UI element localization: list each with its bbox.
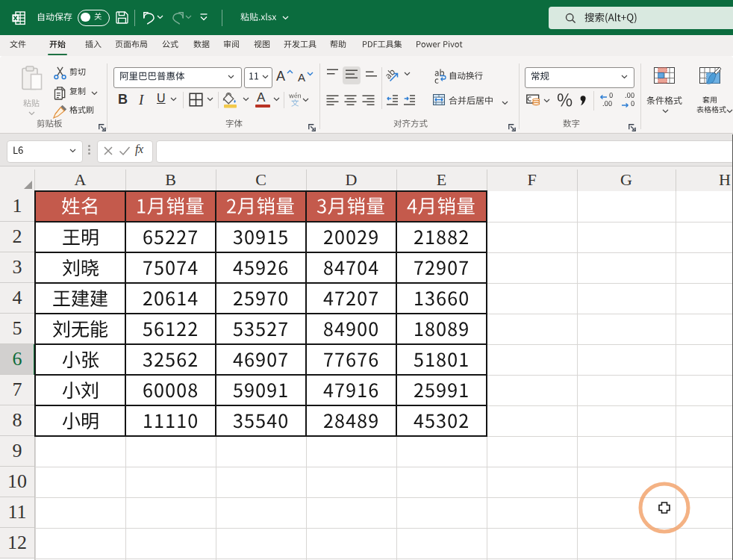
clipboard-dialog-launcher[interactable]	[99, 124, 106, 131]
merge-center-chevron[interactable]	[502, 101, 508, 105]
table-header-cell[interactable]	[35, 191, 125, 222]
cell-B6[interactable]	[125, 344, 216, 375]
cell-D6[interactable]	[306, 344, 396, 375]
underline-button[interactable]: U	[157, 92, 166, 105]
select-all-corner[interactable]	[0, 167, 34, 192]
bold-button[interactable]: B	[118, 92, 128, 108]
cell-A4[interactable]	[35, 283, 125, 314]
cell-D7[interactable]	[306, 375, 396, 405]
document-title[interactable]	[240, 13, 277, 22]
quick-access-customize-icon[interactable]	[199, 13, 208, 22]
row-header-12[interactable]: 12	[0, 528, 34, 559]
undo-dropdown-chevron[interactable]	[157, 15, 163, 19]
paste-label[interactable]	[23, 99, 40, 108]
cell-D2[interactable]	[306, 222, 396, 252]
insert-function-icon[interactable]: fx	[135, 143, 143, 156]
table-header-cell[interactable]	[125, 191, 216, 222]
increase-decimal-button[interactable]	[599, 93, 617, 108]
enter-icon[interactable]	[119, 146, 131, 156]
cell-C7[interactable]	[216, 375, 306, 405]
fill-color-icon[interactable]	[222, 92, 239, 108]
cell-E7[interactable]	[396, 375, 487, 405]
copy-label[interactable]	[69, 87, 86, 96]
column-header-A[interactable]: A	[35, 167, 125, 192]
cell-B5[interactable]	[125, 314, 216, 344]
italic-button[interactable]: I	[139, 92, 143, 108]
fill-color-chevron[interactable]	[243, 97, 249, 102]
name-box-resizer[interactable]	[88, 145, 90, 157]
increase-indent-icon[interactable]	[404, 95, 415, 105]
formula-input[interactable]	[156, 140, 733, 163]
cell-B4[interactable]	[125, 283, 216, 314]
cell-C2[interactable]	[216, 222, 306, 252]
document-title-chevron[interactable]	[282, 16, 289, 20]
orientation-button[interactable]	[386, 67, 401, 82]
table-header-cell[interactable]	[306, 191, 396, 222]
row-header-11[interactable]: 11	[0, 497, 34, 528]
borders-icon[interactable]	[189, 93, 203, 107]
row-header-7[interactable]: 7	[0, 375, 34, 405]
number-format-chevron[interactable]	[621, 75, 628, 79]
decrease-decimal-button[interactable]	[620, 93, 638, 108]
column-header-E[interactable]: E	[396, 167, 487, 192]
table-header-cell[interactable]	[396, 191, 487, 222]
decrease-font-size-button[interactable]: A	[297, 68, 316, 86]
align-left-icon[interactable]	[326, 95, 339, 107]
cut-label[interactable]	[69, 68, 86, 76]
top-align-icon[interactable]	[327, 69, 338, 81]
search-box[interactable]	[549, 7, 733, 29]
format-painter-label[interactable]	[69, 106, 94, 114]
paste-icon[interactable]	[21, 66, 43, 91]
cell-E6[interactable]	[396, 344, 487, 375]
column-header-F[interactable]: F	[487, 167, 577, 192]
cell-B2[interactable]	[125, 222, 216, 252]
middle-align-icon[interactable]	[346, 69, 358, 81]
column-header-G[interactable]: G	[577, 167, 676, 192]
cell-C5[interactable]	[216, 314, 306, 344]
align-right-icon[interactable]	[362, 95, 375, 107]
format-as-table-button[interactable]	[690, 65, 733, 116]
column-header-D[interactable]: D	[306, 167, 396, 192]
paste-dropdown-chevron[interactable]	[28, 111, 35, 116]
cell-A7[interactable]	[35, 375, 125, 405]
cell-A6[interactable]	[35, 344, 125, 375]
bottom-align-icon[interactable]	[366, 71, 377, 80]
cell-E4[interactable]	[396, 283, 487, 314]
cell-E5[interactable]	[396, 314, 487, 344]
font-color-button[interactable]: A	[255, 92, 270, 108]
cell-B8[interactable]	[125, 405, 216, 436]
decrease-indent-icon[interactable]	[387, 95, 398, 105]
cell-A2[interactable]	[35, 222, 125, 252]
conditional-formatting-button[interactable]	[643, 65, 687, 116]
percent-style-button[interactable]	[557, 92, 573, 109]
copy-icon[interactable]	[54, 87, 66, 100]
row-header-9[interactable]: 9	[0, 436, 34, 467]
cell-C4[interactable]	[216, 283, 306, 314]
cell-B7[interactable]	[125, 375, 216, 405]
cancel-icon[interactable]	[103, 146, 113, 156]
phonetic-dropdown-chevron[interactable]	[302, 98, 309, 102]
excel-app-icon[interactable]	[12, 11, 25, 25]
format-painter-icon[interactable]	[53, 105, 67, 119]
column-header-C[interactable]: C	[216, 167, 306, 192]
cell-A5[interactable]	[35, 314, 125, 344]
font-color-chevron[interactable]	[273, 97, 280, 102]
cell-D8[interactable]	[306, 405, 396, 436]
increase-font-size-button[interactable]: A	[275, 68, 295, 86]
row-header-3[interactable]: 3	[0, 252, 34, 283]
row-header-1[interactable]: 1	[0, 191, 34, 222]
ribbon-tab-11[interactable]	[409, 35, 469, 54]
cell-C8[interactable]	[216, 405, 306, 436]
undo-icon[interactable]	[143, 12, 155, 25]
align-center-icon[interactable]	[344, 95, 357, 107]
cell-A8[interactable]	[35, 405, 125, 436]
row-header-4[interactable]: 4	[0, 283, 34, 314]
alignment-dialog-launcher[interactable]	[508, 124, 516, 131]
cell-D3[interactable]	[306, 252, 396, 283]
redo-icon[interactable]	[172, 12, 184, 25]
cell-E8[interactable]	[396, 405, 487, 436]
row-header-2[interactable]: 2	[0, 222, 34, 252]
font-name-chevron[interactable]	[228, 75, 234, 79]
cut-icon[interactable]	[54, 66, 66, 80]
font-dialog-launcher[interactable]	[308, 124, 316, 131]
